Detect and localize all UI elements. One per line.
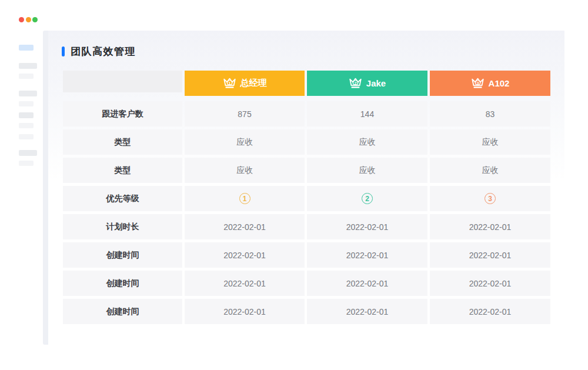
table-cell: 3: [430, 186, 550, 211]
crown-rank-number: 2: [354, 81, 357, 86]
column-header-label: A102: [489, 78, 510, 88]
cell-value: 2022-02-01: [469, 279, 512, 288]
cell-value: 2022-02-01: [223, 307, 266, 316]
table-row: 创建时间2022-02-012022-02-012022-02-01: [63, 271, 550, 296]
row-label-cell: 创建时间: [63, 299, 182, 324]
table-cell: 应收: [185, 129, 305, 155]
cell-value: 应收: [482, 165, 499, 176]
table-row: 类型应收应收应收: [63, 129, 550, 155]
column-header-A102[interactable]: 3A102: [430, 71, 550, 96]
sidebar-item-active-skeleton: [19, 45, 34, 51]
cell-value: 144: [360, 109, 374, 119]
comparison-table: 1总经理2Jake3A102跟进客户数87514483类型应收应收应收类型应收应…: [63, 71, 550, 327]
sidebar-item-skeleton: [19, 63, 37, 69]
cell-value: 应收: [236, 137, 253, 148]
crown-rank-number: 3: [476, 81, 479, 86]
row-label-cell: 创建时间: [63, 271, 182, 296]
table-row: 优先等级123: [63, 186, 550, 211]
cell-value: 2022-02-01: [346, 222, 389, 232]
table-cell: 应收: [430, 158, 550, 183]
table-row: 类型应收应收应收: [63, 158, 550, 183]
cell-value: 2022-02-01: [346, 251, 389, 260]
page-title-row: 团队高效管理: [62, 45, 136, 58]
cell-value: 应收: [359, 165, 376, 176]
table-cell: 83: [430, 101, 550, 126]
cell-value: 875: [238, 109, 251, 119]
sidebar-item-skeleton: [19, 101, 34, 106]
table-cell: 2022-02-01: [430, 299, 550, 324]
priority-rank-badge: 1: [239, 193, 250, 204]
close-window-dot[interactable]: [19, 17, 24, 22]
cell-value: 2022-02-01: [223, 279, 266, 288]
crown-icon: 3: [471, 78, 485, 89]
panel-divider: [43, 31, 48, 345]
table-cell: 1: [185, 186, 305, 211]
table-cell: 2022-02-01: [185, 214, 305, 239]
cell-value: 应收: [359, 137, 376, 148]
crown-icon: 1: [223, 78, 236, 89]
table-cell: 875: [185, 101, 305, 126]
header-blank-cell: [63, 71, 182, 92]
table-cell: 应收: [430, 129, 550, 155]
table-header-row: 1总经理2Jake3A102: [63, 71, 550, 96]
page-title: 团队高效管理: [71, 45, 136, 58]
priority-rank-badge: 2: [362, 193, 373, 204]
zoom-window-dot[interactable]: [32, 17, 38, 22]
cell-value: 2022-02-01: [346, 279, 389, 288]
sidebar-item-skeleton: [19, 74, 34, 79]
row-label-cell: 计划时长: [63, 214, 182, 239]
content-card: 团队高效管理 1总经理2Jake3A102跟进客户数87514483类型应收应收…: [48, 31, 564, 345]
column-header-Jake[interactable]: 2Jake: [307, 71, 427, 96]
table-cell: 2: [307, 186, 427, 211]
sidebar-item-skeleton: [19, 112, 34, 118]
sidebar-item-skeleton: [19, 123, 34, 128]
cell-value: 2022-02-01: [469, 307, 512, 316]
title-accent-bar: [62, 46, 65, 56]
cell-value: 2022-02-01: [223, 251, 266, 260]
sidebar-item-skeleton: [19, 134, 34, 139]
sidebar-item-skeleton: [19, 91, 37, 96]
column-header-label: Jake: [366, 78, 386, 88]
table-cell: 应收: [185, 158, 305, 183]
cell-value: 2022-02-01: [223, 222, 266, 232]
table-cell: 应收: [307, 158, 427, 183]
table-row: 计划时长2022-02-012022-02-012022-02-01: [63, 214, 550, 239]
table-cell: 2022-02-01: [307, 299, 427, 324]
table-cell: 应收: [307, 129, 427, 155]
row-label-cell: 类型: [63, 158, 182, 183]
table-row: 跟进客户数87514483: [63, 101, 550, 126]
table-cell: 2022-02-01: [430, 242, 550, 268]
column-header-总经理[interactable]: 1总经理: [185, 71, 305, 96]
row-label-cell: 跟进客户数: [63, 101, 182, 126]
table-cell: 2022-02-01: [307, 271, 427, 296]
table-cell: 2022-02-01: [430, 214, 550, 239]
table-cell: 144: [307, 101, 427, 126]
minimize-window-dot[interactable]: [26, 17, 31, 22]
table-cell: 2022-02-01: [307, 214, 427, 239]
table-row: 创建时间2022-02-012022-02-012022-02-01: [63, 242, 550, 268]
cell-value: 2022-02-01: [469, 222, 512, 232]
table-cell: 2022-02-01: [185, 242, 305, 268]
cell-value: 2022-02-01: [469, 251, 512, 260]
row-label-cell: 优先等级: [63, 186, 182, 211]
crown-icon: 2: [349, 78, 362, 89]
cell-value: 83: [486, 109, 495, 119]
sidebar-item-skeleton: [19, 161, 34, 166]
table-row: 创建时间2022-02-012022-02-012022-02-01: [63, 299, 550, 324]
crown-rank-number: 1: [228, 81, 231, 86]
sidebar-item-skeleton: [19, 150, 37, 156]
cell-value: 应收: [482, 137, 499, 148]
table-cell: 2022-02-01: [185, 299, 305, 324]
table-cell: 2022-02-01: [307, 242, 427, 268]
row-label-cell: 类型: [63, 129, 182, 155]
priority-rank-badge: 3: [485, 193, 496, 204]
table-cell: 2022-02-01: [430, 271, 550, 296]
app-window: 团队高效管理 1总经理2Jake3A102跟进客户数87514483类型应收应收…: [0, 0, 588, 370]
row-label-cell: 创建时间: [63, 242, 182, 268]
cell-value: 应收: [236, 165, 253, 176]
table-cell: 2022-02-01: [185, 271, 305, 296]
cell-value: 2022-02-01: [346, 307, 389, 316]
column-header-label: 总经理: [240, 78, 267, 89]
